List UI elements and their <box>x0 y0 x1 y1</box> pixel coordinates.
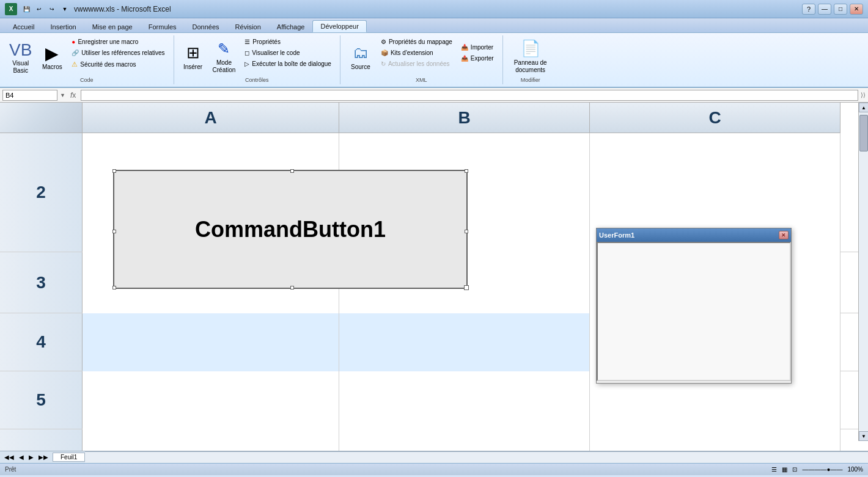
handle-tl[interactable] <box>112 169 116 173</box>
sheet-nav-last[interactable]: ▶▶ <box>37 454 50 461</box>
row-num-4[interactable]: 4 <box>0 313 83 371</box>
macros-btn[interactable]: ▶ Macros <box>37 43 67 73</box>
vertical-scrollbar[interactable]: ▲ ▼ <box>858 103 868 441</box>
scroll-down-btn[interactable]: ▼ <box>859 431 868 441</box>
minimize-btn[interactable]: — <box>818 4 831 15</box>
export-label: Exporter <box>471 55 494 62</box>
scroll-thumb-v[interactable] <box>859 115 868 151</box>
col-header-c[interactable]: C <box>590 103 840 133</box>
tab-revision[interactable]: Révision <box>227 21 269 32</box>
name-box[interactable]: B4 <box>2 90 57 101</box>
row-num-3[interactable]: 3 <box>0 252 83 313</box>
zoom-slider[interactable]: ————●—— <box>802 466 842 473</box>
tab-insertion[interactable]: Insertion <box>42 21 84 32</box>
panneau-icon: 📄 <box>521 39 540 58</box>
formula-input[interactable] <box>81 90 858 101</box>
sheet-nav-prev[interactable]: ◀ <box>17 454 26 461</box>
col-header-a[interactable]: A <box>83 103 339 133</box>
redo-icon[interactable]: ↪ <box>46 4 57 15</box>
handle-tm[interactable] <box>290 169 294 173</box>
restore-btn[interactable]: □ <box>834 4 847 15</box>
importer-btn[interactable]: 📥 Importer <box>457 42 498 53</box>
userform-close-btn[interactable]: ✕ <box>779 231 789 239</box>
view-page-icon[interactable]: ▦ <box>782 466 787 473</box>
exporter-btn[interactable]: 📤 Exporter <box>457 53 498 64</box>
sheet-nav-next[interactable]: ▶ <box>27 454 35 461</box>
tab-accueil[interactable]: Accueil <box>5 21 42 32</box>
cell-b4[interactable] <box>339 313 590 371</box>
cell-b6[interactable] <box>339 429 590 451</box>
modifier-group-label: Modifier <box>503 77 558 83</box>
userform-body[interactable] <box>597 242 791 381</box>
handle-mr[interactable] <box>465 230 468 233</box>
undo-icon[interactable]: ↩ <box>34 4 45 15</box>
col-header-b[interactable]: B <box>339 103 590 133</box>
tab-formules[interactable]: Formules <box>141 21 185 32</box>
row-num-2[interactable]: 2 <box>0 133 83 252</box>
proprietes-btn[interactable]: ☰ Propriétés <box>241 37 335 47</box>
userform-title: UserForm1 <box>599 231 634 239</box>
ribbon: VB VisualBasic ▶ Macros ● Enregistrer un… <box>0 33 868 88</box>
userform-titlebar: UserForm1 ✕ <box>597 228 791 242</box>
view-pagebreak-icon[interactable]: ⊡ <box>792 466 797 473</box>
view-normal-icon[interactable]: ☰ <box>771 466 777 473</box>
panneau-documents-btn[interactable]: 📄 Panneau dedocuments <box>509 37 552 76</box>
visualiser-code-btn[interactable]: ◻ Visualiser le code <box>241 48 335 58</box>
userform-1[interactable]: UserForm1 ✕ <box>596 228 792 384</box>
title-bar: X 💾 ↩ ↪ ▼ vwwwww.xls - Microsoft Excel ?… <box>0 0 868 18</box>
ribbon-tabs: Accueil Insertion Mise en page Formules … <box>0 18 868 33</box>
horizontal-scrollbar[interactable] <box>85 451 868 464</box>
proprietes-mappage-btn[interactable]: ⚙ Propriétés du mappage <box>377 37 456 47</box>
bottom-bar: ◀◀ ◀ ▶ ▶▶ Feuil1 <box>0 451 868 463</box>
ref-relatives-btn[interactable]: 🔗 Utiliser les références relatives <box>68 48 168 58</box>
fx-icon: fx <box>70 91 76 100</box>
save-icon[interactable]: 💾 <box>21 4 32 15</box>
sheet-nav-first[interactable]: ◀◀ <box>2 454 16 461</box>
xml-small-btns-left: ⚙ Propriétés du mappage 📦 Kits d'extensi… <box>377 37 456 78</box>
actualiser-btn[interactable]: ↻ Actualiser les données <box>377 59 456 69</box>
visualiser-label: Visualiser le code <box>252 49 300 56</box>
securite-label: Sécurité des macros <box>80 61 136 68</box>
scroll-up-btn[interactable]: ▲ <box>859 103 868 112</box>
controles-small-btns: ☰ Propriétés ◻ Visualiser le code ▷ Exéc… <box>241 37 335 78</box>
cell-b5[interactable] <box>339 371 590 429</box>
handle-bm[interactable] <box>290 286 294 289</box>
securite-macros-btn[interactable]: ⚠ Sécurité des macros <box>68 59 168 70</box>
resize-handle[interactable] <box>464 285 469 290</box>
inserer-label: Insérer <box>183 64 202 71</box>
close-btn[interactable]: ✕ <box>850 4 863 15</box>
xml-small-btns-right: 📥 Importer 📤 Exporter <box>457 42 498 72</box>
source-btn[interactable]: 🗂 Source <box>345 41 376 73</box>
help-btn[interactable]: ? <box>802 4 815 15</box>
proprietes-label: Propriétés <box>252 38 281 45</box>
cell-c6[interactable] <box>590 429 840 451</box>
mode-creation-btn[interactable]: ✎ ModeCréation <box>208 38 240 76</box>
row-num-5[interactable]: 5 <box>0 371 83 429</box>
handle-tr[interactable] <box>465 169 468 173</box>
cell-a4[interactable] <box>83 313 339 371</box>
formula-scroll-icon[interactable]: ⟩⟩ <box>861 92 866 98</box>
handle-ml[interactable] <box>112 230 116 233</box>
row-num-6[interactable]: 6 <box>0 429 83 451</box>
warning-icon: ⚠ <box>72 60 78 68</box>
cell-a5[interactable] <box>83 371 339 429</box>
name-box-arrow[interactable]: ▼ <box>60 92 65 98</box>
dropdown-icon[interactable]: ▼ <box>59 4 70 15</box>
inserer-btn[interactable]: ⊞ Insérer <box>179 41 207 73</box>
enregistrer-macro-btn[interactable]: ● Enregistrer une macro <box>68 37 168 47</box>
command-button-1[interactable]: CommandButton1 <box>113 170 468 289</box>
import-icon: 📥 <box>461 44 468 51</box>
ribbon-group-code: VB VisualBasic ▶ Macros ● Enregistrer un… <box>0 35 174 84</box>
zoom-level: 100% <box>847 466 863 473</box>
tab-affichage[interactable]: Affichage <box>269 21 313 32</box>
kit-label: Kits d'extension <box>391 49 433 56</box>
kits-extension-btn[interactable]: 📦 Kits d'extension <box>377 48 456 58</box>
sheet-tab-1[interactable]: Feuil1 <box>53 453 85 462</box>
visual-basic-btn[interactable]: VB VisualBasic <box>5 39 36 77</box>
tab-developpeur[interactable]: Développeur <box>312 20 366 32</box>
executer-boite-btn[interactable]: ▷ Exécuter la boîte de dialogue <box>241 59 335 69</box>
handle-bl[interactable] <box>112 286 116 289</box>
tab-mise-en-page[interactable]: Mise en page <box>84 21 141 32</box>
cell-a6[interactable] <box>83 429 339 451</box>
tab-donnees[interactable]: Données <box>185 21 227 32</box>
